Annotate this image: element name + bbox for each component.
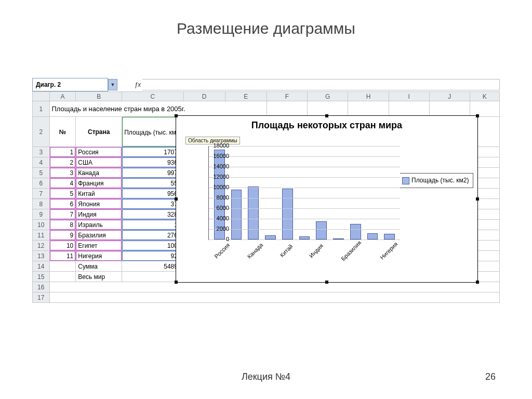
cell[interactable]: Франция bbox=[76, 178, 122, 189]
col-header[interactable]: K bbox=[470, 92, 499, 101]
row-header[interactable]: 1 bbox=[33, 101, 50, 117]
cell[interactable]: США bbox=[76, 157, 122, 168]
cell[interactable]: 54894 bbox=[122, 261, 183, 272]
col-header[interactable]: F bbox=[267, 92, 307, 101]
cell[interactable]: 3288 bbox=[122, 209, 183, 220]
resize-handle[interactable] bbox=[175, 114, 178, 117]
row-header[interactable]: 15 bbox=[33, 272, 50, 282]
cell[interactable]: Весь мир bbox=[76, 272, 122, 282]
cell[interactable]: 14 bbox=[122, 220, 183, 230]
row-header[interactable]: 9 bbox=[33, 209, 50, 220]
cell[interactable]: 4 bbox=[49, 178, 76, 189]
cell[interactable]: 8 bbox=[49, 220, 76, 230]
cell[interactable]: Израиль bbox=[76, 220, 122, 230]
cell[interactable]: Бразилия bbox=[76, 230, 122, 241]
row-header[interactable]: 5 bbox=[33, 168, 50, 178]
chart-bar bbox=[367, 233, 378, 240]
cell[interactable]: 6 bbox=[49, 199, 76, 209]
cell[interactable] bbox=[429, 101, 470, 117]
cell[interactable]: Египет bbox=[76, 241, 122, 251]
x-tick-label: Нигерия bbox=[379, 241, 398, 260]
cell[interactable]: 11 bbox=[49, 251, 76, 261]
resize-handle[interactable] bbox=[175, 281, 178, 284]
row-header[interactable]: 3 bbox=[33, 147, 50, 157]
cell[interactable] bbox=[49, 282, 499, 292]
col-header[interactable]: C bbox=[122, 92, 183, 101]
name-box[interactable]: Диагр. 2 bbox=[32, 78, 108, 91]
cell[interactable]: 1 bbox=[49, 147, 76, 157]
cell[interactable]: 9976 bbox=[122, 168, 183, 178]
row-header[interactable]: 11 bbox=[33, 230, 50, 241]
row-header[interactable]: 2 bbox=[33, 117, 50, 147]
row-header[interactable]: 8 bbox=[33, 199, 50, 209]
chart-plot-area: РоссияКанадаКитайИндияБразилияНигерия 02… bbox=[185, 146, 400, 277]
row-header[interactable]: 4 bbox=[33, 157, 50, 168]
resize-handle[interactable] bbox=[325, 114, 328, 117]
name-box-dropdown[interactable]: ▼ bbox=[108, 79, 117, 90]
cell[interactable]: 5 bbox=[49, 189, 76, 199]
cell[interactable] bbox=[389, 101, 429, 117]
col-header[interactable]: G bbox=[307, 92, 348, 101]
cell[interactable] bbox=[470, 101, 499, 117]
cell[interactable]: Сумма bbox=[76, 261, 122, 272]
resize-handle[interactable] bbox=[476, 281, 479, 284]
y-tick-label: 10000 bbox=[208, 184, 229, 190]
row-header[interactable]: 6 bbox=[33, 178, 50, 189]
cell[interactable]: 17075 bbox=[122, 147, 183, 157]
chart-bar bbox=[282, 189, 293, 240]
cell[interactable]: 3 bbox=[49, 168, 76, 178]
resize-handle[interactable] bbox=[175, 197, 178, 201]
chart-object[interactable]: Площадь некоторых стран мира Область диа… bbox=[176, 115, 478, 283]
cell[interactable]: 9 bbox=[49, 230, 76, 241]
cell[interactable] bbox=[348, 101, 389, 117]
cell[interactable]: Площадь и население стран мира в 2005г. bbox=[49, 101, 267, 117]
col-header[interactable]: H bbox=[348, 92, 389, 101]
cell[interactable]: 9363 bbox=[122, 157, 183, 168]
resize-handle[interactable] bbox=[325, 281, 328, 284]
row-header[interactable]: 12 bbox=[33, 241, 50, 251]
cell[interactable]: Россия bbox=[76, 147, 122, 157]
y-tick-label: 16000 bbox=[208, 153, 229, 159]
col-header[interactable]: D bbox=[183, 92, 225, 101]
cell[interactable]: Китай bbox=[76, 189, 122, 199]
resize-handle[interactable] bbox=[476, 197, 479, 201]
cell[interactable]: 10 bbox=[49, 241, 76, 251]
select-all[interactable] bbox=[33, 92, 50, 101]
row-header[interactable]: 14 bbox=[33, 261, 50, 272]
cell[interactable] bbox=[49, 292, 499, 303]
chart-bar bbox=[265, 235, 276, 240]
x-tick-label: Канада bbox=[246, 242, 264, 260]
col-header[interactable]: J bbox=[429, 92, 470, 101]
cell[interactable]: Страна bbox=[76, 117, 122, 147]
col-header[interactable]: I bbox=[389, 92, 429, 101]
fx-icon[interactable]: ƒx bbox=[133, 81, 142, 88]
cell[interactable]: Канада bbox=[76, 168, 122, 178]
col-header[interactable]: B bbox=[76, 92, 122, 101]
row-header[interactable]: 10 bbox=[33, 220, 50, 230]
cell[interactable] bbox=[267, 101, 307, 117]
row-header[interactable]: 13 bbox=[33, 251, 50, 261]
cell[interactable]: Япония bbox=[76, 199, 122, 209]
cell[interactable]: 1002 bbox=[122, 241, 183, 251]
cell[interactable]: 2767 bbox=[122, 230, 183, 241]
cell[interactable]: 924 bbox=[122, 251, 183, 261]
col-header[interactable]: A bbox=[49, 92, 76, 101]
cell[interactable]: Нигерия bbox=[76, 251, 122, 261]
cell[interactable]: № bbox=[49, 117, 76, 147]
row-header[interactable]: 7 bbox=[33, 189, 50, 199]
row-header[interactable]: 16 bbox=[33, 282, 50, 292]
cell[interactable]: Индия bbox=[76, 209, 122, 220]
cell[interactable] bbox=[49, 272, 76, 282]
cell[interactable]: 2 bbox=[49, 157, 76, 168]
formula-bar[interactable] bbox=[142, 79, 500, 90]
chart-bar bbox=[384, 234, 395, 240]
slide-title: Размещение диаграммы bbox=[0, 20, 532, 37]
cell[interactable] bbox=[49, 261, 76, 272]
row-header[interactable]: 17 bbox=[33, 292, 50, 303]
col-header[interactable]: E bbox=[225, 92, 267, 101]
x-tick-label: Бразилия bbox=[340, 240, 362, 262]
resize-handle[interactable] bbox=[476, 114, 479, 117]
cell[interactable]: 7 bbox=[49, 209, 76, 220]
cell[interactable]: 552 bbox=[122, 178, 183, 189]
cell[interactable]: Площадь (тыс. км2) bbox=[122, 117, 183, 147]
